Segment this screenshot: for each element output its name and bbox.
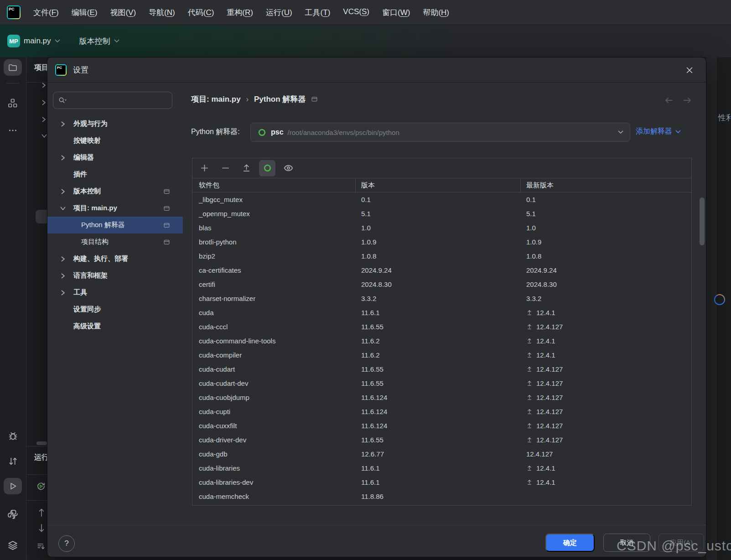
- run-icon[interactable]: [4, 478, 22, 494]
- chevron-right-icon[interactable]: [60, 290, 66, 296]
- add-interpreter-link[interactable]: 添加解释器: [636, 127, 681, 136]
- nav-item-插件[interactable]: 插件: [47, 166, 183, 183]
- column-header-version[interactable]: 版本: [356, 178, 521, 192]
- table-row[interactable]: _openmp_mutex5.15.1: [192, 207, 691, 221]
- nav-item-外观与行为[interactable]: 外观与行为: [47, 115, 183, 132]
- menu-W[interactable]: 窗口(W): [382, 7, 410, 18]
- package-latest: 3.3.2: [521, 295, 691, 302]
- table-row[interactable]: brotli-python1.0.91.0.9: [192, 235, 691, 249]
- menubar: PC 文件(F)编辑(E)视图(V)导航(N)代码(C)重构(R)运行(U)工具…: [0, 0, 731, 25]
- menu-S[interactable]: VCS(S): [343, 7, 369, 18]
- table-row[interactable]: cuda-command-line-tools11.6.212.4.1: [192, 334, 691, 348]
- nav-item-设置同步[interactable]: 设置同步: [47, 301, 183, 318]
- settings-search[interactable]: [53, 92, 172, 109]
- table-row[interactable]: bzip21.0.81.0.8: [192, 249, 691, 263]
- nav-item-工具[interactable]: 工具: [47, 284, 183, 301]
- table-row[interactable]: _libgcc_mutex0.10.1: [192, 192, 691, 207]
- install-package-button[interactable]: [196, 160, 213, 176]
- chevron-down-icon[interactable]: [60, 206, 66, 211]
- table-row[interactable]: cuda-cccl11.6.5512.4.127: [192, 320, 691, 334]
- nav-item-按键映射[interactable]: 按键映射: [47, 132, 183, 149]
- package-version: 3.3.2: [356, 295, 521, 302]
- nav-item-高级设置[interactable]: 高级设置: [47, 318, 183, 335]
- layers-icon[interactable]: [4, 537, 22, 554]
- close-icon[interactable]: [683, 64, 696, 77]
- ok-button[interactable]: 确定: [545, 534, 595, 552]
- package-latest: 0.1: [521, 196, 691, 203]
- nav-item-label: 构建、执行、部署: [47, 254, 128, 263]
- upgrade-package-button[interactable]: [238, 160, 254, 176]
- table-row[interactable]: cuda-compiler11.6.212.4.1: [192, 348, 691, 362]
- nav-item-构建执行部署[interactable]: 构建、执行、部署: [47, 250, 183, 267]
- forward-icon[interactable]: [682, 95, 692, 105]
- menu-T[interactable]: 工具(T): [305, 7, 331, 18]
- table-row[interactable]: certifi2024.8.302024.8.30: [192, 277, 691, 291]
- table-row[interactable]: charset-normalizer3.3.23.3.2: [192, 291, 691, 306]
- chevron-right-icon[interactable]: [60, 121, 66, 127]
- chevron-right-icon[interactable]: [60, 188, 66, 195]
- table-row[interactable]: cuda11.6.112.4.1: [192, 306, 691, 320]
- table-row[interactable]: cuda-driver-dev11.6.5512.4.127: [192, 433, 691, 447]
- menu-R[interactable]: 重构(R): [227, 7, 253, 18]
- uninstall-package-button[interactable]: [217, 160, 233, 176]
- upgrade-arrow-icon: [526, 366, 533, 373]
- use-conda-toggle[interactable]: [259, 160, 275, 176]
- chevron-right-icon[interactable]: [60, 256, 66, 262]
- nav-item-项目结构[interactable]: 项目结构: [47, 233, 183, 250]
- history-nav: [664, 95, 692, 105]
- content-scrollbar[interactable]: [700, 197, 705, 245]
- menu-E[interactable]: 编辑(E): [72, 7, 98, 18]
- table-row[interactable]: cuda-libraries-dev11.6.112.4.1: [192, 475, 691, 489]
- arrow-up-icon: [38, 508, 45, 518]
- column-header-package[interactable]: 软件包: [192, 178, 356, 192]
- chevron-right-icon[interactable]: [60, 155, 66, 161]
- nav-item-编辑器[interactable]: 编辑器: [47, 149, 183, 166]
- search-input[interactable]: [70, 96, 163, 105]
- vcs-widget[interactable]: 版本控制: [79, 36, 119, 47]
- menu-F[interactable]: 文件(F): [33, 7, 59, 18]
- project-widget[interactable]: MP main.py: [7, 35, 60, 47]
- structure-icon[interactable]: [4, 95, 22, 111]
- tree-chevron-icon: [41, 116, 47, 123]
- folder-icon[interactable]: [4, 59, 22, 76]
- table-row[interactable]: ca-certificates2024.9.242024.9.24: [192, 263, 691, 277]
- show-early-releases-toggle[interactable]: [280, 160, 296, 176]
- back-icon[interactable]: [664, 95, 674, 105]
- packages-table-header: 软件包 版本 最新版本: [192, 178, 691, 192]
- nav-item-版本控制[interactable]: 版本控制: [47, 183, 183, 200]
- table-row[interactable]: cuda-cudart11.6.5512.4.127: [192, 362, 691, 376]
- menu-U[interactable]: 运行(U): [266, 7, 292, 18]
- table-row[interactable]: cuda-cupti11.6.12412.4.127: [192, 404, 691, 419]
- table-row[interactable]: cuda-libraries11.6.112.4.1: [192, 461, 691, 475]
- menu-H[interactable]: 帮助(H): [423, 7, 449, 18]
- project-panel-scrollbar[interactable]: [36, 441, 47, 445]
- table-row[interactable]: cuda-gdb12.6.7712.4.127: [192, 447, 691, 461]
- table-row[interactable]: cuda-cuxxfilt11.6.12412.4.127: [192, 419, 691, 433]
- nav-item-项目main.py[interactable]: 项目: main.py: [47, 200, 183, 217]
- python-icon[interactable]: [4, 506, 22, 523]
- menu-C[interactable]: 代码(C): [188, 7, 214, 18]
- package-latest: 1.0: [521, 224, 691, 232]
- menu-V[interactable]: 视图(V): [110, 7, 136, 18]
- arrow-down-icon: [38, 523, 45, 533]
- nav-item-语言和框架[interactable]: 语言和框架: [47, 267, 183, 284]
- nav-item-label: 高级设置: [47, 322, 101, 331]
- menu-N[interactable]: 导航(N): [149, 7, 175, 18]
- table-row[interactable]: blas1.01.0: [192, 221, 691, 235]
- breadcrumb-project[interactable]: 项目: main.py: [191, 94, 241, 104]
- package-version: 11.6.2: [356, 351, 521, 359]
- table-row[interactable]: cuda-cuobjdump11.6.12412.4.127: [192, 390, 691, 404]
- chevron-right-icon[interactable]: [60, 273, 66, 279]
- help-button[interactable]: ?: [58, 535, 75, 552]
- nav-item-Python解释器[interactable]: Python 解释器: [47, 217, 183, 233]
- table-row[interactable]: cuda-cudart-dev11.6.5512.4.127: [192, 376, 691, 390]
- upgrade-arrow-icon: [526, 380, 533, 387]
- table-row[interactable]: cuda-memcheck11.8.86: [192, 489, 691, 503]
- more-icon[interactable]: [4, 122, 22, 139]
- breadcrumb-page[interactable]: Python 解释器: [254, 94, 306, 104]
- column-header-latest[interactable]: 最新版本: [521, 178, 691, 192]
- bug-icon[interactable]: [4, 427, 22, 444]
- interpreter-select[interactable]: psc /root/anaconda3/envs/psc/bin/python: [250, 123, 630, 142]
- package-latest: 12.4.127: [521, 379, 691, 387]
- updown-icon[interactable]: [4, 453, 22, 469]
